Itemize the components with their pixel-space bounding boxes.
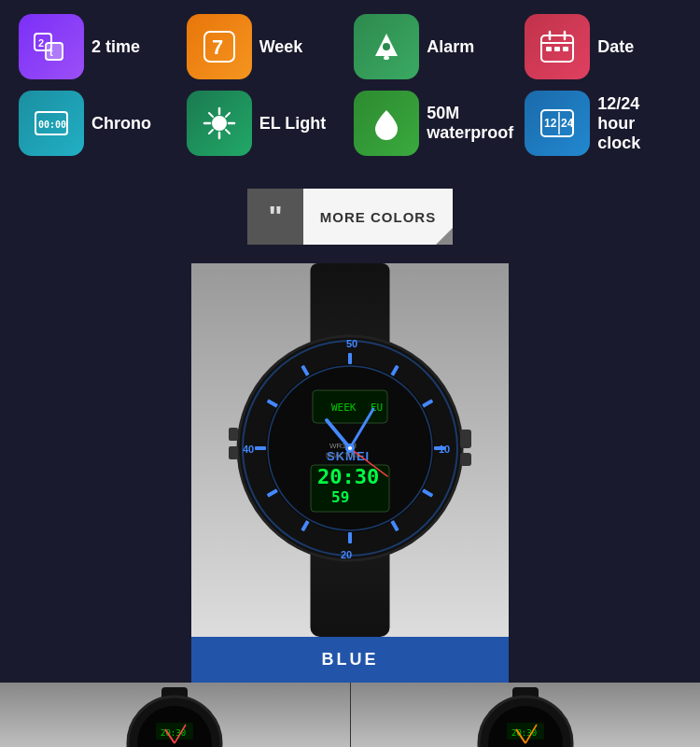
feature-date: Date (525, 14, 681, 79)
2time-icon: 2 t (19, 14, 84, 79)
svg-text:24: 24 (561, 117, 574, 130)
el-light-label: EL Light (259, 114, 327, 134)
svg-text:t: t (49, 47, 53, 58)
svg-rect-15 (563, 47, 568, 51)
svg-rect-32 (460, 430, 471, 448)
feature-waterproof: 50M waterproof (354, 91, 513, 156)
svg-line-25 (226, 113, 230, 117)
svg-text:12: 12 (544, 117, 557, 130)
svg-rect-2 (46, 43, 63, 60)
watch-color-text: BLUE (322, 650, 379, 669)
quote-decoration: " (247, 189, 303, 245)
feature-week: 7 Week (187, 14, 343, 79)
week-icon: 7 (187, 14, 252, 79)
feature-el-light: EL Light (187, 91, 343, 156)
clock-label: 12/24 hour clock (597, 94, 681, 153)
el-light-icon (187, 91, 252, 156)
chrono-label: Chrono (91, 114, 151, 134)
watch-image-container: 50 10 20 40 (191, 263, 509, 637)
corner-decoration (436, 228, 453, 245)
svg-rect-41 (348, 353, 352, 364)
feature-chrono: 00:00 Chrono (19, 91, 175, 156)
more-colors-text-box: MORE COLORS (303, 189, 453, 245)
svg-rect-35 (229, 446, 238, 459)
svg-point-8 (383, 43, 390, 50)
waterproof-label: 50M waterproof (427, 104, 513, 143)
watch-svg: 50 10 20 40 (229, 327, 471, 570)
thumbnail-1[interactable]: 20:30 59 (0, 683, 351, 747)
svg-line-23 (209, 113, 213, 117)
more-colors-button[interactable]: " MORE COLORS (247, 189, 453, 245)
more-colors-section: " MORE COLORS (0, 170, 700, 259)
svg-text:40: 40 (243, 444, 254, 455)
svg-rect-14 (554, 47, 560, 51)
svg-text:50: 50 (346, 338, 357, 349)
week-label: Week (259, 37, 303, 57)
thumbnail-2[interactable]: 20:30 59 (351, 683, 701, 747)
alarm-label: Alarm (427, 37, 474, 57)
svg-rect-7 (384, 56, 389, 60)
thumbnail-watch-2: 20:30 59 (469, 687, 581, 747)
svg-text:20:30: 20:30 (317, 465, 379, 488)
waterproof-icon (354, 91, 419, 156)
watch-color-label: BLUE (191, 637, 509, 683)
svg-text:2: 2 (38, 37, 44, 49)
svg-rect-44 (434, 446, 445, 450)
thumbnail-watch-1: 20:30 59 (119, 687, 231, 747)
svg-rect-50 (255, 446, 266, 450)
svg-text:59: 59 (331, 488, 349, 506)
svg-rect-47 (348, 532, 352, 543)
more-colors-label: MORE COLORS (320, 209, 436, 225)
svg-text:7: 7 (212, 35, 223, 59)
svg-point-18 (212, 116, 227, 131)
feature-2time: 2 t 2 time (19, 14, 175, 79)
date-label: Date (597, 37, 634, 57)
svg-line-24 (226, 130, 230, 134)
2time-label: 2 time (91, 37, 140, 57)
chrono-icon: 00:00 (19, 91, 84, 156)
svg-rect-34 (229, 428, 238, 441)
svg-rect-13 (546, 47, 552, 51)
svg-text:00:00: 00:00 (38, 120, 66, 130)
svg-rect-33 (460, 453, 471, 466)
feature-alarm: Alarm (354, 14, 513, 79)
svg-point-68 (348, 446, 352, 450)
date-icon (525, 14, 590, 79)
alarm-icon (354, 14, 419, 79)
feature-clock: 12 24 12/24 hour clock (525, 91, 681, 156)
thumbnails-row: 20:30 59 20:30 59 (0, 683, 700, 747)
svg-text:WEEK: WEEK (331, 402, 357, 414)
svg-text:20: 20 (341, 549, 352, 560)
features-grid: 2 t 2 time 7 Week (19, 14, 681, 156)
clock-icon: 12 24 (525, 91, 590, 156)
features-section: 2 t 2 time 7 Week (0, 0, 700, 170)
svg-line-26 (209, 130, 213, 134)
